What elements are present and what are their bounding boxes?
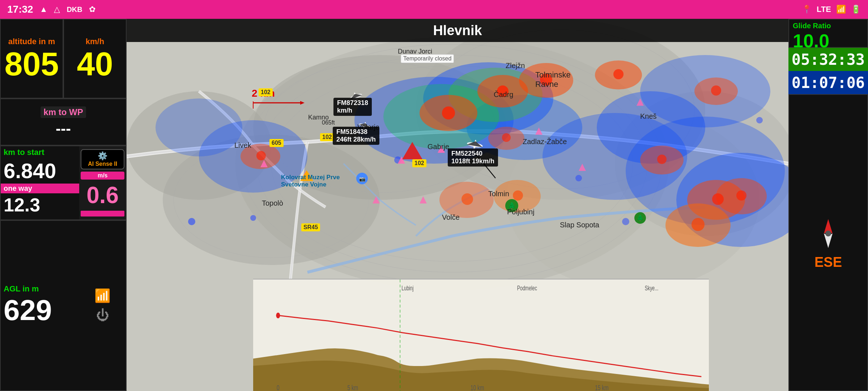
svg-text:Lubinj: Lubinj: [401, 285, 413, 292]
map-title-text: Hlevnik: [433, 23, 482, 38]
svg-point-89: [276, 312, 280, 318]
compass-box: ESE: [788, 94, 868, 391]
speed-label: km/h: [86, 37, 104, 46]
km-wp-value: ---: [56, 120, 71, 138]
svg-point-56: [622, 218, 629, 225]
svg-point-57: [756, 117, 763, 123]
svg-point-49: [711, 85, 721, 96]
svg-point-55: [575, 175, 582, 181]
svg-text:10 km: 10 km: [471, 384, 484, 391]
svg-point-53: [250, 215, 256, 221]
agl-left: AGL in m 629: [1, 221, 80, 390]
km-start-section: km to start 6.840 one way 12.3 ⚙️ AI Sen…: [0, 146, 127, 220]
wifi-icon: 📶: [94, 288, 111, 303]
svg-point-42: [613, 69, 624, 79]
svg-point-44: [712, 193, 724, 205]
km-wp-label: km to WP: [41, 106, 86, 118]
top-metrics: altitude in m 805 km/h 40: [0, 19, 127, 98]
glide-ratio-label: Glide Ratio: [793, 22, 864, 30]
agl-right: 📶 ⏻: [80, 221, 126, 390]
svg-text:0: 0: [277, 384, 280, 391]
svg-point-46: [736, 190, 746, 201]
compass-direction: ESE: [814, 255, 842, 270]
agl-section: AGL in m 629 📶 ⏻: [0, 220, 127, 391]
time1-box: 05:32:33: [788, 48, 868, 71]
left-panel: altitude in m 805 km/h 40 km to WP --- k…: [0, 19, 127, 391]
svg-point-45: [692, 218, 705, 231]
ai-sense-text: AI Sense II: [84, 161, 121, 167]
svg-text:🌲: 🌲: [637, 214, 644, 221]
svg-text:Skye...: Skye...: [645, 285, 659, 292]
battery-icon: 🔋: [851, 5, 861, 14]
agl-label: AGL in m: [4, 284, 77, 294]
km-start-label: km to start: [1, 146, 79, 159]
wind-icon: ✿: [89, 5, 95, 14]
svg-point-43: [657, 155, 667, 164]
nav-up-icon: ▲: [40, 5, 48, 14]
svg-text:📷: 📷: [359, 176, 366, 182]
svg-text:15 km: 15 km: [595, 384, 608, 391]
glide-ratio-box: Glide Ratio 10.0: [788, 19, 868, 48]
home-icon: △: [54, 5, 60, 14]
svg-point-52: [188, 218, 195, 225]
svg-point-51: [513, 190, 523, 201]
svg-text:🌲: 🌲: [508, 202, 516, 210]
svg-point-40: [497, 85, 509, 97]
svg-point-22: [156, 98, 242, 156]
map-title: Hlevnik: [127, 19, 788, 42]
power-icon: ⏻: [96, 308, 109, 323]
agl-value: 629: [4, 294, 77, 327]
speed-box: km/h 40: [63, 19, 127, 98]
km-to-wp-box: km to WP ---: [0, 98, 127, 146]
svg-point-39: [442, 106, 455, 119]
km-start-value: 6.840: [1, 159, 79, 183]
ms-box: m/s: [81, 172, 124, 180]
status-time: 17:32: [7, 4, 33, 15]
time1-value: 05:32:33: [792, 51, 865, 68]
compass-arrow-svg: [810, 215, 846, 252]
location-icon: 📍: [802, 5, 812, 14]
svg-point-100: [825, 231, 831, 236]
altitude-label: altitude in m: [8, 37, 55, 46]
status-bar: 17:32 ▲ △ DKB ✿ 📍 LTE 📶 🔋: [0, 0, 868, 19]
time2-value: 01:07:06: [792, 74, 865, 92]
svg-text:Podmelec: Podmelec: [517, 285, 537, 292]
svg-point-50: [461, 193, 473, 205]
signal-icon: 📶: [836, 5, 846, 14]
status-right: 📍 LTE 📶 🔋: [802, 5, 861, 14]
svg-point-48: [502, 133, 511, 142]
ms-bar: [81, 211, 124, 216]
km-start-right: ⚙️ AI Sense II m/s 0.6: [79, 146, 126, 219]
altitude-box: altitude in m 805: [0, 19, 63, 98]
svg-point-41: [540, 73, 552, 86]
km-start-left: km to start 6.840 one way 12.3: [1, 146, 79, 219]
ms-value: 0.6: [86, 182, 119, 209]
altitude-value: 805: [4, 48, 59, 80]
main-layout: altitude in m 805 km/h 40 km to WP --- k…: [0, 19, 868, 391]
map-area[interactable]: 🌲 🌲 📷 Hlevnik 2 km 102 102 605 102: [127, 19, 788, 391]
lte-label: LTE: [817, 5, 831, 14]
right-panel: Glide Ratio 10.0 05:32:33 01:07:06 ESE: [788, 19, 868, 391]
speed-value: 40: [77, 48, 113, 80]
ms-label: m/s: [84, 172, 122, 179]
status-left: 17:32 ▲ △ DKB ✿: [7, 4, 95, 15]
svg-text:5 km: 5 km: [348, 384, 358, 391]
elevation-profile: 0 5 km 10 km 15 km Lubinj Podmelec Skye.…: [253, 279, 709, 391]
svg-point-47: [256, 151, 266, 160]
one-way-value: 12.3: [1, 194, 79, 216]
one-way-label: one way: [1, 184, 79, 193]
ai-sense-badge: ⚙️ AI Sense II: [81, 149, 124, 169]
time2-box: 01:07:06: [788, 71, 868, 94]
dkb-label: DKB: [67, 5, 82, 14]
